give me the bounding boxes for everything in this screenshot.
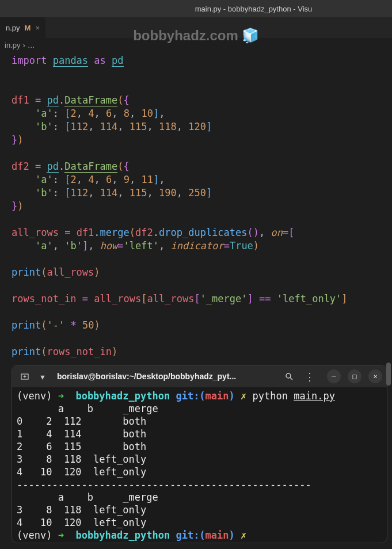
output-line: 2 6 115 both — [17, 440, 382, 453]
close-button[interactable]: × — [368, 369, 382, 383]
tab-main-py[interactable]: n.py M × — [0, 17, 45, 38]
tab-modified-indicator: M — [25, 24, 31, 32]
dropdown-icon[interactable]: ▾ — [37, 368, 48, 384]
breadcrumb[interactable]: in.py › … — [0, 38, 392, 52]
svg-point-3 — [286, 373, 291, 378]
code-editor[interactable]: import pandas as pd df1 = pd.DataFrame({… — [0, 52, 392, 359]
window-titlebar: main.py - bobbyhadz_python - Visu — [0, 0, 392, 17]
breadcrumb-file: in.py — [5, 41, 20, 49]
tab-close-icon[interactable]: × — [35, 24, 40, 32]
terminal-titlebar: ▾ borislav@borislav:~/Desktop/bobbyhadz_… — [12, 365, 387, 387]
tab-label: n.py — [6, 24, 20, 32]
terminal-window: ▾ borislav@borislav:~/Desktop/bobbyhadz_… — [12, 365, 387, 543]
tab-bar: n.py M × — [0, 17, 392, 38]
window-title: main.py - bobbyhadz_python - Visu — [195, 5, 313, 13]
output-line: 3 8 118 left_only — [17, 504, 382, 516]
menu-icon[interactable]: ⋮ — [302, 368, 318, 384]
minimize-button[interactable]: ─ — [327, 369, 341, 383]
breadcrumb-separator: › — [22, 41, 25, 49]
output-line: 1 4 114 both — [17, 428, 382, 440]
output-line: 4 10 120 left_only — [17, 466, 382, 478]
maximize-button[interactable]: □ — [348, 369, 361, 383]
output-line: ----------------------------------------… — [17, 478, 382, 491]
output-line: 4 10 120 left_only — [17, 516, 382, 529]
new-tab-icon[interactable] — [17, 368, 33, 384]
terminal-title: borislav@borislav:~/Desktop/bobbyhadz_py… — [52, 372, 276, 381]
breadcrumb-more: … — [28, 41, 35, 49]
output-line: a b _merge — [17, 402, 382, 415]
search-icon[interactable] — [281, 368, 297, 384]
output-line: a b _merge — [17, 491, 382, 504]
output-line: 0 2 112 both — [17, 415, 382, 428]
terminal-body[interactable]: (venv) ➜ bobbyhadz_python git:(main) ✗ p… — [12, 387, 387, 543]
svg-line-4 — [290, 378, 292, 380]
scrollbar-thumb[interactable] — [386, 363, 391, 386]
output-line: 3 8 118 left_only — [17, 453, 382, 466]
